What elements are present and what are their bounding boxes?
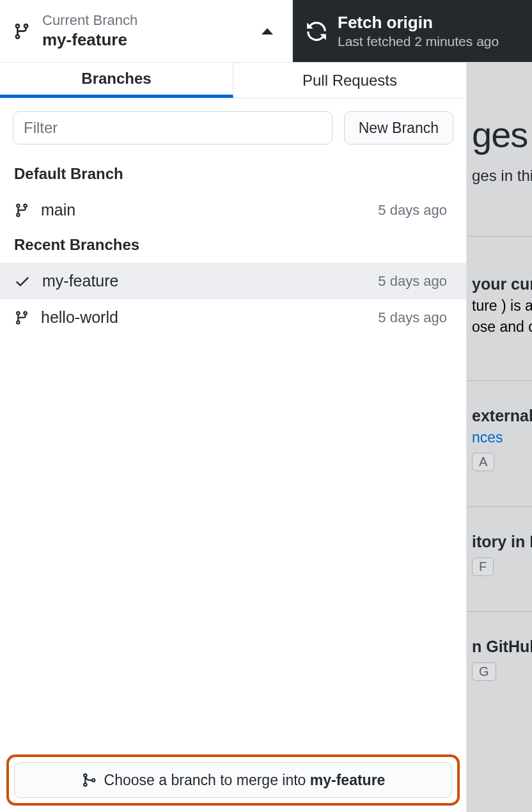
fetch-origin-button[interactable]: Fetch origin Last fetched 2 minutes ago <box>293 0 532 62</box>
branch-dropdown-panel: Branches Pull Requests New Branch Defaul… <box>0 63 467 812</box>
current-branch-value: my-feature <box>42 30 137 50</box>
tabs: Branches Pull Requests <box>0 63 466 98</box>
branch-name: my-feature <box>42 272 118 290</box>
git-branch-icon <box>14 309 29 327</box>
bg-heading: ges <box>467 114 532 155</box>
branch-time: 5 days ago <box>378 202 447 219</box>
tab-pull-requests[interactable]: Pull Requests <box>233 63 466 98</box>
current-branch-dropdown[interactable]: Current Branch my-feature <box>0 0 293 62</box>
tab-branches[interactable]: Branches <box>0 63 233 98</box>
caret-up-icon <box>262 28 273 35</box>
fetch-title: Fetch origin <box>338 13 499 33</box>
check-icon <box>14 273 31 290</box>
branch-time: 5 days ago <box>378 309 447 326</box>
fetch-subtitle: Last fetched 2 minutes ago <box>338 34 499 49</box>
git-branch-icon <box>13 21 31 42</box>
filter-row: New Branch <box>0 98 466 157</box>
filter-input[interactable] <box>13 111 332 144</box>
recent-branches-header: Recent Branches <box>0 228 466 263</box>
merge-region: Choose a branch to merge into my-feature <box>0 748 466 812</box>
sync-icon <box>306 20 327 42</box>
branch-item-hello-world[interactable]: hello-world 5 days ago <box>0 299 466 336</box>
current-branch-label: Current Branch <box>42 12 137 29</box>
branch-name: main <box>41 201 75 219</box>
bg-sub: ges in this <box>467 167 532 185</box>
choose-merge-branch-button[interactable]: Choose a branch to merge into my-feature <box>14 762 452 798</box>
branch-item-my-feature[interactable]: my-feature 5 days ago <box>0 263 466 299</box>
branch-time: 5 days ago <box>378 273 447 290</box>
git-branch-icon <box>14 201 29 219</box>
merge-button-label: Choose a branch to merge into my-feature <box>104 772 386 789</box>
background-panel: ges ges in this your curr ture ) is a os… <box>467 63 532 812</box>
branch-item-main[interactable]: main 5 days ago <box>0 192 466 228</box>
git-merge-icon <box>81 771 97 789</box>
highlight-annotation: Choose a branch to merge into my-feature <box>6 754 460 806</box>
branch-name: hello-world <box>41 308 118 327</box>
toolbar: Current Branch my-feature Fetch origin L… <box>0 0 532 63</box>
default-branch-header: Default Branch <box>0 157 466 192</box>
new-branch-button[interactable]: New Branch <box>344 111 453 144</box>
